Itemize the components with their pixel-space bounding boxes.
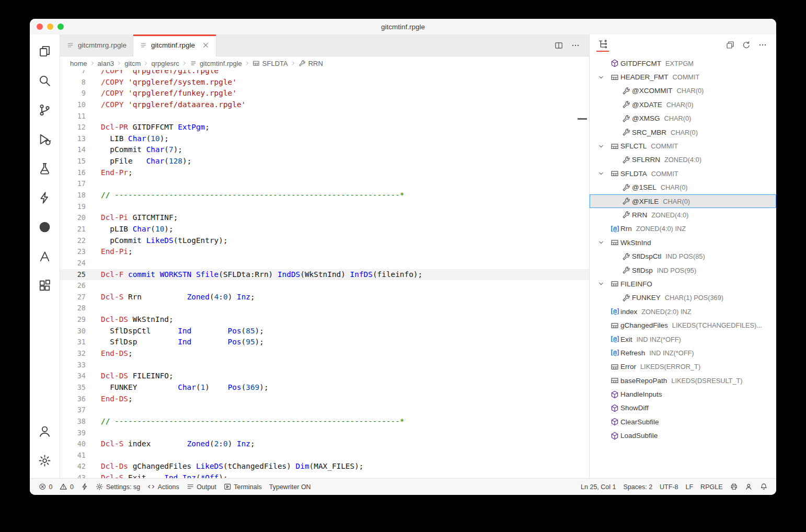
outline-item-header_fmt[interactable]: HEADER_FMTCOMMIT [590,70,776,84]
status-notifications[interactable] [756,483,772,491]
code-line-26[interactable]: 26 [60,280,589,292]
outline-more-actions-button[interactable] [758,41,767,49]
breadcrumb-item-gitcmtinf.rpgle[interactable]: gitcmtinf.rpgle [189,60,243,67]
status-encoding[interactable]: UTF-8 [656,483,682,491]
outline-item-gitdffcmt[interactable]: GITDFFCMTEXTPGM [590,56,776,70]
code-line-8[interactable]: 8/COPY 'qrpgleref/system.rpgle' [60,77,589,88]
code-line-13[interactable]: 13 LIB Char(10); [60,133,589,145]
status-bolt[interactable] [77,483,93,491]
chevron-down-icon[interactable] [597,143,609,150]
code-editor[interactable]: 7/COPY 'qrpgleref/git.rpgle'8/COPY 'qrpg… [60,70,589,478]
status-terminals[interactable]: Terminals [220,483,266,491]
code-line-27[interactable]: 27Dcl-S Rrn Zoned(4:0) Inz; [60,292,589,303]
code-line-28[interactable]: 28 [60,303,589,314]
breadcrumb-item-gitcm[interactable]: gitcm [124,60,141,67]
chevron-down-icon[interactable] [597,170,609,177]
code-line-37[interactable]: 37 [60,404,589,416]
activity-source-control[interactable] [32,95,57,124]
code-line-17[interactable]: 17 [60,178,589,190]
code-line-39[interactable]: 39 [60,427,589,439]
code-line-14[interactable]: 14 pCommit Char(7); [60,144,589,156]
chevron-down-icon[interactable] [597,74,609,81]
code-line-16[interactable]: 16End-Pr; [60,167,589,179]
code-line-23[interactable]: 23End-Pi; [60,246,589,258]
outline-item-@xcommit[interactable]: @XCOMMITCHAR(0) [590,84,776,98]
activity-extensions[interactable] [32,271,57,300]
code-line-43[interactable]: 43Dcl-S Exit Ind Inz(*Off); [60,472,589,478]
code-line-9[interactable]: 9/COPY 'qrpgleref/funkey.rpgle' [60,88,589,99]
tab-gitcmtmrg[interactable]: gitcmtmrg.rpgle [60,34,133,56]
status-typewriter[interactable]: Typewriter ON [266,483,315,491]
outline-item-sfldspctl[interactable]: SflDspCtlIND POS(85) [590,249,776,263]
outline-item-rrn[interactable]: [@]RrnZONED(4:0) INZ [590,222,776,236]
breadcrumb-item-qrpglesrc[interactable]: qrpglesrc [151,60,179,67]
outline-item-showdiff[interactable]: ShowDiff [590,401,776,415]
code-line-12[interactable]: 12Dcl-PR GITDFFCMT ExtPgm; [60,122,589,133]
status-warnings[interactable]: 0 [56,483,77,491]
outline-item-rrn[interactable]: RRNZONED(4:0) [590,208,776,222]
code-line-29[interactable]: 29Dcl-DS WkStnInd; [60,314,589,326]
activity-explorer[interactable] [32,37,57,66]
outline-item-loadsubfile[interactable]: LoadSubfile [590,429,776,443]
code-line-32[interactable]: 32End-DS; [60,348,589,360]
code-line-20[interactable]: 20Dcl-Pi GITCMTINF; [60,212,589,224]
code-line-41[interactable]: 41 [60,450,589,461]
outline-item-@1sel[interactable]: @1SELCHAR(0) [590,181,776,194]
activity-thunder[interactable] [32,183,57,212]
outline-item-refresh[interactable]: [@]RefreshIND INZ(*OFF) [590,346,776,360]
breadcrumb-item-home[interactable]: home [70,60,88,67]
code-line-38[interactable]: 38// -----------------------------------… [60,416,589,427]
activity-tests[interactable] [32,154,57,183]
status-indentation[interactable]: Spaces: 2 [620,483,657,491]
code-line-34[interactable]: 34Dcl-DS FILEINFO; [60,371,589,382]
refresh-button[interactable] [742,41,751,49]
code-line-22[interactable]: 22 pCommit LikeDS(tLogEntry); [60,235,589,247]
activity-azure[interactable] [32,241,57,271]
outline-item-fileinfo[interactable]: FILEINFO [590,277,776,291]
outline-item-wkstnind[interactable]: WkStnInd [590,236,776,249]
outline-view-icon[interactable] [597,37,608,53]
status-actions[interactable]: Actions [144,483,183,491]
breadcrumb-item-alan3[interactable]: alan3 [97,60,115,67]
tab-gitcmtinf[interactable]: gitcmtinf.rpgle [133,34,216,56]
outline-item-baserepopath[interactable]: baseRepoPathLIKEDS(DSRESULT_T) [590,374,776,387]
code-line-25[interactable]: 25Dcl-F commit WORKSTN Sfile(SFLDta:Rrn)… [60,269,589,281]
outline-item-handleinputs[interactable]: HandleInputs [590,387,776,401]
code-line-33[interactable]: 33 [60,360,589,371]
activity-settings[interactable] [32,446,57,475]
code-line-30[interactable]: 30 SflDspCtl Ind Pos(85); [60,326,589,337]
breadcrumb-item-sfldta[interactable]: SFLDTA [252,60,289,67]
outline-item-@xdate[interactable]: @XDATECHAR(0) [590,98,776,111]
outline-item-gchangedfiles[interactable]: gChangedFilesLIKEDS(TCHANGEDFILES)... [590,318,776,332]
code-line-7[interactable]: 7/COPY 'qrpgleref/git.rpgle' [60,70,589,77]
outline-item-funkey[interactable]: FUNKEYCHAR(1) POS(369) [590,291,776,305]
code-line-36[interactable]: 36End-DS; [60,394,589,405]
status-settings[interactable]: Settings: sg [92,483,144,491]
code-line-31[interactable]: 31 SflDsp Ind Pos(95); [60,337,589,348]
outline-item-clearsubfile[interactable]: ClearSubfile [590,415,776,429]
chevron-down-icon[interactable] [597,239,609,246]
split-panel-button[interactable] [726,41,734,49]
activity-search[interactable] [32,66,57,95]
code-line-40[interactable]: 40Dcl-S index Zoned(2:0) Inz; [60,438,589,450]
outline-item-sfldta[interactable]: SFLDTACOMMIT [590,167,776,180]
close-tab-button[interactable] [202,41,210,49]
outline-item-error[interactable]: ErrorLIKEDS(ERROR_T) [590,360,776,374]
outline-item-sfldsp[interactable]: SflDspIND POS(95) [590,263,776,277]
outline-item-@xmsg[interactable]: @XMSGCHAR(0) [590,112,776,125]
split-editor-button[interactable] [555,41,563,50]
outline-item-sflctl[interactable]: SFLCTLCOMMIT [590,139,776,153]
activity-accounts[interactable] [32,417,57,446]
code-line-11[interactable]: 11 [60,111,589,122]
status-errors[interactable]: 0 [35,483,56,491]
status-output[interactable]: Output [183,483,220,491]
editor-more-actions-button[interactable] [571,41,580,50]
code-line-18[interactable]: 18// -----------------------------------… [60,190,589,201]
code-line-35[interactable]: 35 FUNKEY Char(1) Pos(369); [60,382,589,394]
activity-run-debug[interactable] [32,124,57,154]
outline-item-sflrrn[interactable]: SFLRRNZONED(4:0) [590,153,776,167]
outline-item-src_mbr[interactable]: SRC_MBRCHAR(0) [590,125,776,139]
code-line-24[interactable]: 24 [60,258,589,269]
code-line-19[interactable]: 19 [60,201,589,213]
status-cursor-position[interactable]: Ln 25, Col 1 [577,483,619,491]
